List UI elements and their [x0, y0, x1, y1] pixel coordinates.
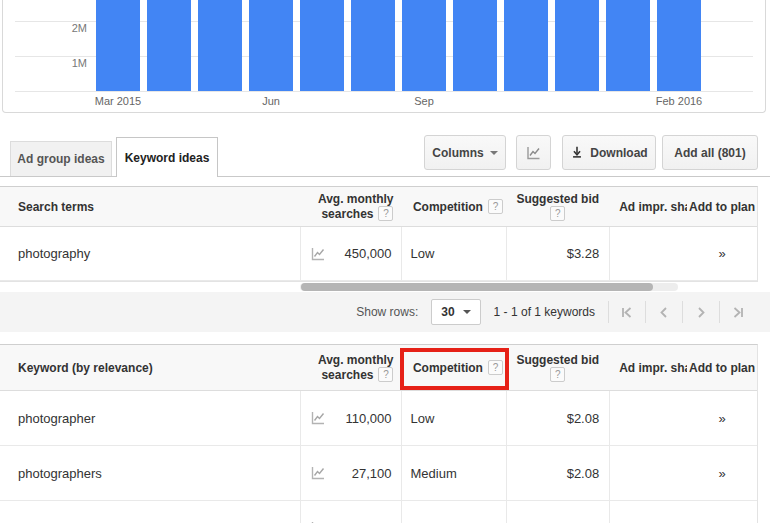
header-search-terms[interactable]: Search terms: [0, 187, 300, 226]
search-terms-table: Search terms Avg. monthly searches ? Com…: [0, 186, 758, 282]
competition-cell: Low: [401, 501, 506, 523]
header-avg-monthly-searches[interactable]: Avg. monthly searches ?: [300, 345, 402, 390]
header-keyword-label: Keyword (by relevance): [18, 361, 153, 375]
chart-bar: [555, 0, 599, 91]
chart-bar: [606, 0, 650, 91]
searches-cell: 18,100: [300, 501, 402, 523]
chevron-down-icon: [490, 151, 498, 155]
tab-ad-group-ideas[interactable]: Ad group ideas: [10, 141, 112, 176]
header-add-to-plan: Add to plan: [687, 345, 757, 390]
keyword-cell: photography: [0, 227, 300, 280]
header-avg-monthly-searches[interactable]: Avg. monthly searches ?: [300, 187, 402, 226]
bar-group: [96, 0, 701, 91]
table-row-photographers: photographers 27,100 Medium $2.08 »: [0, 446, 757, 501]
avg-monthly-line2: searches: [321, 368, 373, 382]
first-page-button[interactable]: [609, 299, 645, 325]
keyword-cell: photographers: [0, 446, 300, 500]
x-tick-jun: Jun: [226, 95, 316, 107]
keyword-cell: photographs: [0, 501, 300, 523]
header-suggested-bid[interactable]: Suggested bid ?: [506, 187, 609, 226]
header-add-to-plan-label: Add to plan: [689, 361, 755, 375]
add-to-plan-button[interactable]: »: [687, 391, 757, 445]
header-add-to-plan: Add to plan: [687, 187, 757, 226]
searches-value: 450,000: [344, 246, 391, 261]
keyword-planner-page: 2M 1M Mar 2015 Jun Sep Feb 2016 Ad group…: [0, 0, 770, 523]
chart-toggle-button[interactable]: [516, 135, 551, 170]
header-competition-label: Competition: [413, 200, 483, 214]
competition-cell: Medium: [401, 446, 506, 500]
x-tick-feb-2016: Feb 2016: [634, 95, 724, 107]
header-suggested-bid[interactable]: Suggested bid ?: [506, 345, 609, 390]
last-page-button[interactable]: [720, 299, 756, 325]
help-icon[interactable]: ?: [550, 367, 565, 382]
help-icon[interactable]: ?: [378, 206, 393, 221]
x-tick-sep: Sep: [379, 95, 469, 107]
suggested-bid-cell: $2.08: [506, 391, 609, 445]
ad-impr-share-cell: [609, 227, 687, 280]
header-keyword-by-relevance[interactable]: Keyword (by relevance): [0, 345, 300, 390]
chevron-down-icon: [463, 310, 471, 314]
horizontal-scrollbar-track: [300, 283, 678, 291]
chart-bar: [198, 0, 242, 91]
header-ad-impr-share[interactable]: Ad impr. sha: [609, 345, 687, 390]
add-to-plan-button[interactable]: »: [687, 501, 757, 523]
tab-keyword-ideas[interactable]: Keyword ideas: [116, 137, 218, 177]
chart-bar: [249, 0, 293, 91]
keyword-cell: photographer: [0, 391, 300, 445]
chart-bar: [300, 0, 344, 91]
download-button[interactable]: Download: [562, 135, 656, 170]
add-all-button-label: Add all (801): [674, 146, 745, 160]
header-suggested-bid-label: Suggested bid: [516, 192, 599, 206]
tab-ad-group-ideas-label: Ad group ideas: [17, 152, 104, 166]
help-icon[interactable]: ?: [488, 199, 503, 214]
suggested-bid-cell: $2.08: [506, 446, 609, 500]
keyword-ideas-header-row: Keyword (by relevance) Avg. monthly sear…: [0, 345, 757, 391]
trend-chart-icon[interactable]: [309, 410, 327, 426]
keyword-ideas-table: Keyword (by relevance) Avg. monthly sear…: [0, 344, 758, 523]
searches-value: 27,100: [352, 466, 392, 481]
rows-per-page-select[interactable]: 30: [431, 299, 480, 325]
add-all-button[interactable]: Add all (801): [662, 135, 758, 170]
header-competition[interactable]: Competition ?: [401, 187, 506, 226]
suggested-bid-cell: $3.28: [506, 227, 609, 280]
chart-bar: [657, 0, 701, 91]
trend-chart-icon[interactable]: [309, 246, 327, 262]
help-icon[interactable]: ?: [488, 360, 503, 375]
line-chart-icon: [525, 145, 542, 161]
trend-chart-icon[interactable]: [309, 465, 327, 481]
horizontal-scrollbar-thumb[interactable]: [301, 283, 653, 291]
avg-monthly-line2: searches: [321, 207, 373, 221]
y-tick-2m: 2M: [3, 22, 87, 35]
chart-bar: [453, 0, 497, 91]
suggested-bid-cell: $3.27: [506, 501, 609, 523]
download-button-label: Download: [590, 146, 647, 160]
next-page-button[interactable]: [683, 299, 719, 325]
help-icon[interactable]: ?: [378, 367, 393, 382]
table-row-photography: photography 450,000 Low $3.28 »: [0, 227, 757, 281]
previous-page-button[interactable]: [646, 299, 682, 325]
header-ad-impr-share[interactable]: Ad impr. sha: [609, 187, 687, 226]
searches-cell: 450,000: [300, 227, 402, 280]
chart-bar: [351, 0, 395, 91]
pagination-nav: [608, 299, 756, 325]
avg-monthly-line1: Avg. monthly: [318, 353, 394, 367]
chart-bar: [402, 0, 446, 91]
add-to-plan-button[interactable]: »: [687, 227, 757, 280]
header-ad-impr-share-label: Ad impr. sha: [619, 361, 687, 375]
x-tick-mar-2015: Mar 2015: [73, 95, 163, 107]
download-icon: [570, 145, 584, 160]
columns-button[interactable]: Columns: [424, 135, 506, 170]
add-to-plan-button[interactable]: »: [687, 446, 757, 500]
help-icon[interactable]: ?: [550, 206, 565, 221]
first-page-icon: [620, 306, 634, 319]
search-volume-chart-panel: 2M 1M Mar 2015 Jun Sep Feb 2016: [2, 0, 766, 113]
table-row-photographs: photographs 18,100 Low $3.27 »: [0, 501, 757, 523]
header-competition-highlighted[interactable]: Competition ?: [401, 345, 506, 390]
tab-keyword-ideas-label: Keyword ideas: [125, 151, 210, 165]
avg-monthly-line1: Avg. monthly: [318, 192, 394, 206]
pagination-range-text: 1 - 1 of 1 keywords: [494, 305, 595, 319]
y-tick-1m: 1M: [3, 57, 87, 70]
header-suggested-bid-label: Suggested bid: [516, 353, 599, 367]
searches-cell: 110,000: [300, 391, 402, 445]
chart-bar: [504, 0, 548, 91]
